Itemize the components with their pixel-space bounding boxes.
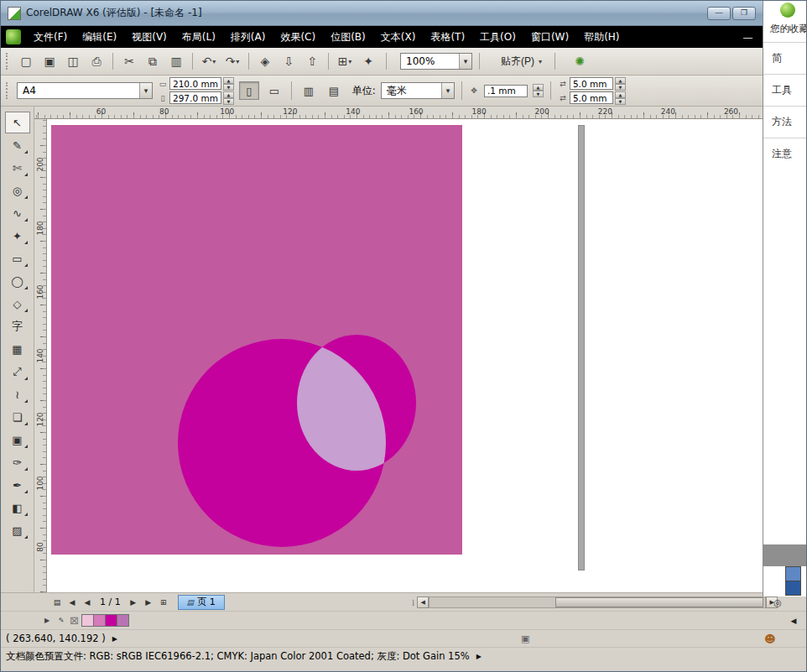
import-button[interactable]: ⇩ xyxy=(278,51,299,71)
interactive-fill-tool[interactable]: ▨ xyxy=(5,519,30,541)
menu-item[interactable]: 布局(L) xyxy=(174,27,223,48)
shape-tool[interactable]: ✎ xyxy=(5,134,30,156)
all-pages-button[interactable]: ▥ xyxy=(299,81,319,100)
spin-up-icon[interactable]: ▲ xyxy=(223,91,234,98)
palette-eyedropper-button[interactable]: ✎ xyxy=(55,615,67,627)
first-page-button[interactable]: ◀ xyxy=(65,595,80,609)
docker-item[interactable]: 工具 xyxy=(763,74,807,106)
duplicate-y-spinner[interactable]: ▲ ▼ xyxy=(615,91,626,105)
vertical-ruler[interactable]: 2001801601401201008060 xyxy=(34,119,47,592)
dimension-tool[interactable]: ⤢ xyxy=(5,361,30,383)
add-page-button[interactable]: ⊞ xyxy=(156,595,171,609)
landscape-button[interactable]: ▭ xyxy=(264,81,284,100)
nudge-offset-field[interactable]: .1 mm xyxy=(484,85,528,97)
duplicate-y-field[interactable]: 5.0 mm xyxy=(570,91,613,104)
new-document-button[interactable]: ▢ xyxy=(15,51,37,71)
page-flip-button[interactable]: ▤ xyxy=(49,595,65,609)
menu-item[interactable]: 文本(X) xyxy=(373,27,424,48)
page-width-spinner[interactable]: ▲ ▼ xyxy=(223,77,234,91)
drawing-surface[interactable] xyxy=(47,119,763,592)
spin-down-icon[interactable]: ▼ xyxy=(223,84,234,91)
nudge-offset-spinner[interactable]: ▲ ▼ xyxy=(533,84,544,97)
dropdown-arrow-icon[interactable]: ▾ xyxy=(441,83,454,98)
user-account-icon[interactable]: ☻ xyxy=(764,633,776,645)
palette-color-swatch[interactable] xyxy=(785,566,801,581)
horizontal-scroll-track[interactable] xyxy=(429,596,766,608)
snap-to-dropdown[interactable]: 贴齐(P) ▾ xyxy=(495,52,548,70)
spin-up-icon[interactable]: ▲ xyxy=(615,77,626,84)
menu-item[interactable]: 工具(O) xyxy=(472,27,523,48)
page-height-spinner[interactable]: ▲ ▼ xyxy=(223,91,234,105)
no-color-swatch[interactable]: ⊠ xyxy=(70,615,79,627)
scroll-left-button[interactable]: ◀ xyxy=(417,596,429,608)
document-minimize-button[interactable]: — xyxy=(743,32,752,42)
spin-down-icon[interactable]: ▼ xyxy=(615,98,626,105)
page-tab[interactable]: ▤ 页 1 xyxy=(178,595,225,610)
application-launcher-button[interactable]: ⊞▾ xyxy=(334,51,356,71)
menu-item[interactable]: 视图(V) xyxy=(124,27,174,48)
palette-play-button[interactable]: ▶ xyxy=(41,615,53,627)
drop-shadow-tool[interactable]: ❏ xyxy=(5,406,30,428)
current-page-button[interactable]: ▤ xyxy=(324,81,344,100)
palette-scroll-left-button[interactable]: ◀ xyxy=(788,615,799,627)
undo-button[interactable]: ↶▾ xyxy=(198,51,220,71)
document-palette-swatch[interactable] xyxy=(81,614,94,627)
pick-tool[interactable]: ↖ xyxy=(5,112,30,133)
toolbar-grip[interactable] xyxy=(6,53,8,70)
duplicate-x-field[interactable]: 5.0 mm xyxy=(570,77,613,90)
fill-tool[interactable]: ◧ xyxy=(5,497,30,518)
spin-down-icon[interactable]: ▼ xyxy=(223,98,234,105)
contour-tool[interactable]: ▣ xyxy=(5,429,30,451)
redo-button[interactable]: ↷▾ xyxy=(221,51,243,71)
palette-color-swatch[interactable] xyxy=(785,581,801,596)
spin-up-icon[interactable]: ▲ xyxy=(223,77,234,84)
minimize-button[interactable]: — xyxy=(707,7,731,20)
text-tool[interactable]: 字 xyxy=(5,315,30,337)
page-height-field[interactable]: 297.0 mm xyxy=(169,91,221,104)
menu-item[interactable]: 位图(B) xyxy=(323,27,373,48)
menu-item[interactable]: 文件(F) xyxy=(26,27,75,48)
previous-page-button[interactable]: ◀ xyxy=(80,595,95,609)
export-button[interactable]: ⇧ xyxy=(301,51,323,71)
menu-item[interactable]: 帮助(H) xyxy=(576,27,627,48)
rectangle-tool[interactable]: ▭ xyxy=(5,247,30,269)
smart-fill-tool[interactable]: ✦ xyxy=(5,225,30,247)
units-combo[interactable]: 毫米 ▾ xyxy=(381,82,455,99)
crop-tool[interactable]: ✄ xyxy=(5,157,30,179)
duplicate-x-spinner[interactable]: ▲ ▼ xyxy=(615,77,626,91)
document-palette-swatch[interactable] xyxy=(117,614,129,627)
freehand-tool[interactable]: ∿ xyxy=(5,202,30,224)
paste-button[interactable]: ▥ xyxy=(165,51,187,71)
save-document-button[interactable]: ◫ xyxy=(62,51,84,71)
page-size-preset-combo[interactable]: A4 ▾ xyxy=(17,82,153,99)
color-eyedropper-tool[interactable]: ✑ xyxy=(5,451,30,473)
docker-item[interactable]: 注意 xyxy=(763,138,807,169)
open-document-button[interactable]: ▣ xyxy=(39,51,60,71)
property-bar-grip[interactable] xyxy=(6,82,8,99)
zoom-level-combo[interactable]: 100% ▾ xyxy=(400,53,472,70)
horizontal-ruler[interactable]: 6080100120140160180200220240260 xyxy=(34,107,763,119)
vertical-scrollbar[interactable] xyxy=(578,125,585,570)
menu-item[interactable]: 表格(T) xyxy=(423,27,472,48)
titlebar[interactable]: CorelDRAW X6 (评估版) - [未命名 -1] — ❐ xyxy=(1,1,763,26)
zoom-tool[interactable]: ◎ xyxy=(5,180,30,201)
spin-down-icon[interactable]: ▼ xyxy=(615,84,626,91)
menu-item[interactable]: 排列(A) xyxy=(223,27,273,48)
menu-item[interactable]: 效果(C) xyxy=(273,27,323,48)
polygon-tool[interactable]: ◇ xyxy=(5,293,30,315)
ellipse-tool[interactable]: ◯ xyxy=(5,270,30,292)
restore-button[interactable]: ❐ xyxy=(732,7,756,20)
spin-up-icon[interactable]: ▲ xyxy=(615,91,626,98)
outline-pen-tool[interactable]: ✒ xyxy=(5,474,30,496)
welcome-screen-button[interactable]: ✦ xyxy=(357,51,379,71)
search-content-button[interactable]: ◈ xyxy=(254,51,276,71)
page-width-field[interactable]: 210.0 mm xyxy=(169,77,221,90)
connector-tool[interactable]: ≀ xyxy=(5,383,30,405)
spin-up-icon[interactable]: ▲ xyxy=(533,84,544,91)
table-tool[interactable]: ▦ xyxy=(5,338,30,360)
docker-item[interactable]: 简 xyxy=(763,42,807,74)
last-page-button[interactable]: ▶ xyxy=(141,595,156,609)
next-page-button[interactable]: ▶ xyxy=(126,595,141,609)
spin-down-icon[interactable]: ▼ xyxy=(533,91,544,97)
document-palette-swatch[interactable] xyxy=(93,614,106,627)
